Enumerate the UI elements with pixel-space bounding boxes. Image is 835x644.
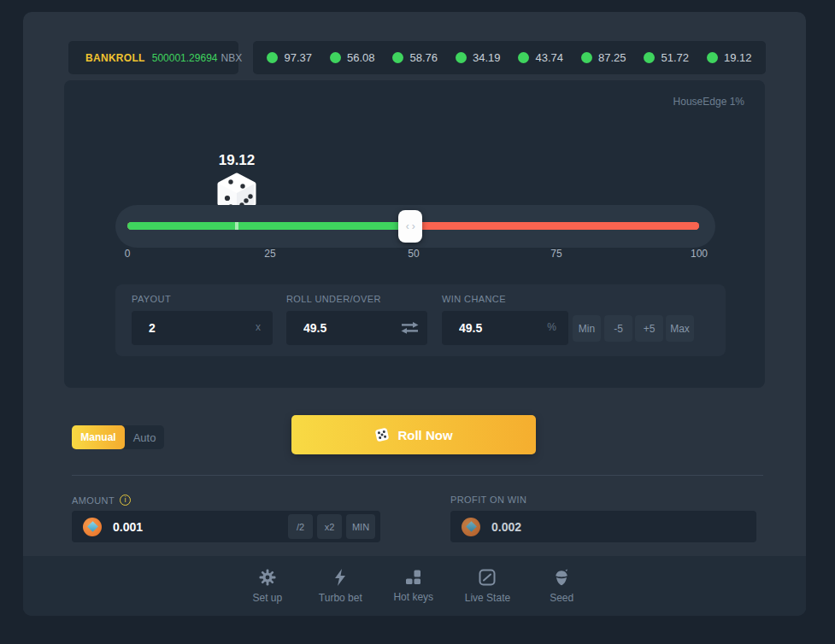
roll-win-dot-icon <box>456 52 467 63</box>
slider-win-zone <box>127 222 410 230</box>
win-chance-label: WIN CHANCE <box>442 294 506 304</box>
house-edge-label: HouseEdge 1% <box>673 96 744 108</box>
roll-value: 87.25 <box>598 51 626 64</box>
swap-under-over-icon[interactable] <box>401 322 419 337</box>
live-chart-icon <box>479 569 496 586</box>
payout-field: x <box>132 311 273 345</box>
roll-history-bar: 97.37 56.08 58.76 34.19 43.74 87.25 51.7… <box>253 41 766 74</box>
roll-win-dot-icon <box>518 52 529 63</box>
roll-win-dot-icon <box>330 52 341 63</box>
roll-now-button[interactable]: Roll Now <box>291 415 536 454</box>
roll-win-dot-icon <box>581 52 592 63</box>
footer-item-turbo-bet[interactable]: Turbo bet <box>319 569 362 604</box>
manual-mode-button[interactable]: Manual <box>72 425 125 449</box>
win-chance-plus5-button[interactable]: +5 <box>635 315 663 342</box>
roll-history-item[interactable]: 19.12 <box>698 51 761 64</box>
dice-game-page: BANKROLL 500001.29694 NBX 97.37 56.08 58… <box>0 0 835 644</box>
dice-button-icon <box>374 427 390 442</box>
roll-value: 58.76 <box>409 51 438 64</box>
roll-win-dot-icon <box>392 52 403 63</box>
bankroll-label: BANKROLL <box>85 52 145 64</box>
seed-icon <box>554 569 569 586</box>
win-chance-field: % <box>442 311 568 345</box>
payout-label: PAYOUT <box>132 294 171 304</box>
amount-double-button[interactable]: x2 <box>317 514 342 539</box>
roll-value: 19.12 <box>724 51 752 64</box>
payout-input[interactable] <box>149 311 248 345</box>
footer-item-label: Seed <box>550 592 573 604</box>
roll-value: 34.19 <box>473 51 501 64</box>
roll-value: 97.37 <box>284 51 312 64</box>
last-result-value: 19.12 <box>219 152 256 169</box>
roll-history-item[interactable]: 34.19 <box>447 51 510 64</box>
amount-input[interactable] <box>113 520 241 534</box>
roll-value: 43.74 <box>535 51 563 64</box>
keyboard-keys-icon <box>405 570 421 585</box>
payout-suffix: x <box>256 321 261 333</box>
scale-tick-100: 100 <box>691 248 708 260</box>
win-chance-min-button[interactable]: Min <box>573 315 601 342</box>
roll-history-item[interactable]: 58.76 <box>384 51 447 64</box>
amount-field: /2 x2 MIN <box>72 511 380 542</box>
roll-under-over-field <box>286 311 427 345</box>
roll-win-dot-icon <box>644 52 655 63</box>
coin-icon <box>83 518 102 536</box>
footer-item-label: Set up <box>252 592 282 604</box>
footer-item-seed[interactable]: Seed <box>541 569 582 604</box>
bet-params-panel: PAYOUT ROLL UNDER/OVER WIN CHANCE x <box>115 284 726 356</box>
roll-history-item[interactable]: 51.72 <box>635 51 698 64</box>
lightning-icon <box>334 569 346 586</box>
scale-tick-0: 0 <box>125 248 131 260</box>
coin-gem-icon <box>466 521 477 532</box>
profit-on-win-value: 0.002 <box>491 520 521 534</box>
bet-mode-toggle: Manual Auto <box>72 425 164 449</box>
bankroll-pill: BANKROLL 500001.29694 NBX <box>68 41 238 74</box>
slider-track[interactable] <box>127 222 699 230</box>
result-tick-marker <box>235 222 238 230</box>
roll-win-dot-icon <box>267 52 278 63</box>
profit-on-win-field: 0.002 <box>450 511 756 542</box>
roll-history-item[interactable]: 97.37 <box>258 51 321 64</box>
footer-item-label: Live State <box>465 592 510 604</box>
amount-half-button[interactable]: /2 <box>288 514 313 539</box>
roll-history-item[interactable]: 43.74 <box>509 51 573 64</box>
amount-label-row: AMOUNT i <box>72 495 131 506</box>
win-chance-minus5-button[interactable]: -5 <box>604 315 632 342</box>
win-chance-suffix: % <box>547 321 556 333</box>
slider-handle[interactable] <box>398 210 422 243</box>
footer-item-setup[interactable]: Set up <box>247 569 288 604</box>
info-icon[interactable]: i <box>120 495 131 506</box>
footer-item-label: Turbo bet <box>319 592 362 604</box>
profit-label-row: PROFIT ON WIN <box>450 495 526 505</box>
chevron-right-icon <box>409 220 415 232</box>
gear-icon <box>259 569 276 586</box>
win-chance-input[interactable] <box>459 311 548 345</box>
slider-lose-zone <box>410 222 699 230</box>
roll-win-dot-icon <box>707 52 718 63</box>
section-divider <box>72 475 763 476</box>
roll-value: 51.72 <box>661 51 689 64</box>
footer-toolbar: Set up Turbo bet Hot keys Live S <box>23 556 806 616</box>
auto-mode-button[interactable]: Auto <box>125 431 164 444</box>
roll-history-item[interactable]: 87.25 <box>573 51 636 64</box>
roll-history-item[interactable]: 56.08 <box>321 51 385 64</box>
roll-value: 56.08 <box>347 51 375 64</box>
win-chance-max-button[interactable]: Max <box>666 315 694 342</box>
roll-slider <box>115 205 715 248</box>
footer-item-hot-keys[interactable]: Hot keys <box>393 570 434 603</box>
bankroll-value: 500001.29694 <box>152 52 218 64</box>
roll-under-over-input[interactable] <box>303 311 403 345</box>
roll-under-over-label: ROLL UNDER/OVER <box>286 294 381 304</box>
footer-item-live-state[interactable]: Live State <box>465 569 510 604</box>
amount-min-button[interactable]: MIN <box>346 514 375 539</box>
scale-tick-50: 50 <box>408 248 419 260</box>
amount-label: AMOUNT <box>72 495 115 506</box>
scale-tick-75: 75 <box>550 248 562 260</box>
profit-on-win-label: PROFIT ON WIN <box>450 495 526 505</box>
game-panel: HouseEdge 1% 19.12 <box>64 80 765 388</box>
roll-now-label: Roll Now <box>397 428 452 442</box>
footer-item-label: Hot keys <box>393 591 433 603</box>
bankroll-currency: NBX <box>221 52 242 64</box>
coin-icon <box>462 518 480 536</box>
coin-gem-icon <box>87 521 98 532</box>
